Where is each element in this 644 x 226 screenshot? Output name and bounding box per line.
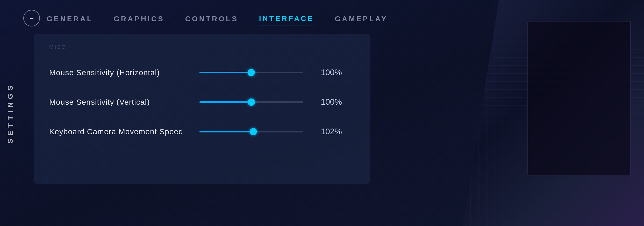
slider-container-mouse-vertical: 100% bbox=[199, 97, 355, 107]
setting-label-mouse-vertical: Mouse Sensitivity (Vertical) bbox=[49, 98, 199, 107]
slider-track-mouse-horizontal[interactable] bbox=[199, 72, 303, 73]
top-navigation: GENERALGRAPHICSCONTROLSINTERFACEGAMEPLAY bbox=[47, 12, 388, 25]
setting-label-mouse-horizontal: Mouse Sensitivity (Horizontal) bbox=[49, 68, 199, 77]
slider-track-keyboard-camera[interactable] bbox=[199, 131, 303, 132]
nav-tab-controls[interactable]: CONTROLS bbox=[185, 13, 238, 25]
slider-value-mouse-vertical: 100% bbox=[316, 97, 342, 107]
nav-tab-graphics[interactable]: GRAPHICS bbox=[114, 13, 164, 25]
setting-row-mouse-horizontal: Mouse Sensitivity (Horizontal)100% bbox=[49, 58, 355, 87]
setting-row-mouse-vertical: Mouse Sensitivity (Vertical)100% bbox=[49, 87, 355, 117]
slider-container-mouse-horizontal: 100% bbox=[199, 68, 355, 77]
back-button[interactable]: ← bbox=[23, 10, 40, 26]
slider-fill-keyboard-camera bbox=[199, 131, 253, 132]
slider-track-mouse-vertical[interactable] bbox=[199, 101, 303, 103]
slider-value-keyboard-camera: 102% bbox=[316, 127, 342, 136]
sidebar: SETTINGS bbox=[0, 0, 21, 226]
slider-fill-mouse-vertical bbox=[199, 101, 251, 103]
slider-container-keyboard-camera: 102% bbox=[199, 127, 355, 136]
nav-tab-interface[interactable]: INTERFACE bbox=[259, 12, 314, 25]
settings-panel: MISC Mouse Sensitivity (Horizontal)100%M… bbox=[34, 34, 370, 184]
nav-tab-general[interactable]: GENERAL bbox=[47, 13, 93, 25]
monitor-decoration bbox=[527, 21, 631, 176]
nav-tab-gameplay[interactable]: GAMEPLAY bbox=[335, 13, 388, 25]
slider-thumb-mouse-vertical[interactable] bbox=[248, 98, 255, 106]
slider-value-mouse-horizontal: 100% bbox=[316, 68, 342, 77]
sidebar-label: SETTINGS bbox=[6, 82, 15, 144]
section-title: MISC bbox=[49, 44, 355, 50]
back-icon: ← bbox=[28, 15, 35, 22]
setting-label-keyboard-camera: Keyboard Camera Movement Speed bbox=[49, 127, 199, 136]
slider-fill-mouse-horizontal bbox=[199, 72, 251, 73]
slider-thumb-mouse-horizontal[interactable] bbox=[248, 69, 255, 76]
slider-thumb-keyboard-camera[interactable] bbox=[250, 128, 257, 135]
setting-row-keyboard-camera: Keyboard Camera Movement Speed102% bbox=[49, 117, 355, 146]
